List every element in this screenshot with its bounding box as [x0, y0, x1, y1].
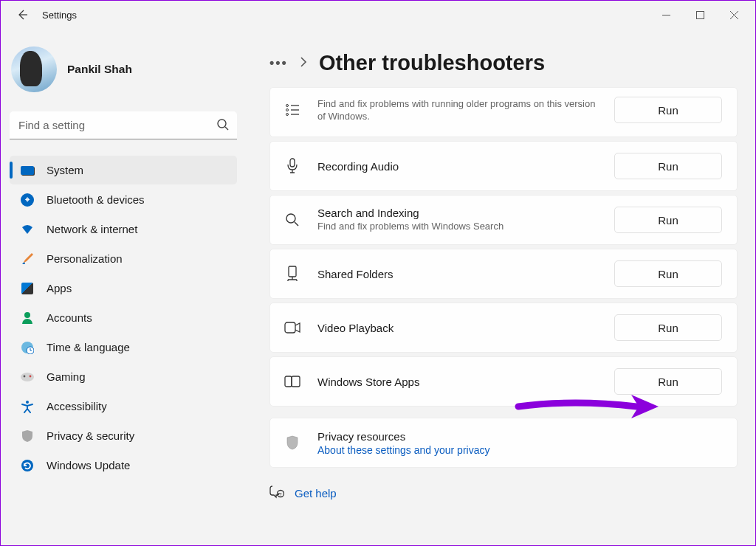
run-button[interactable]: Run: [614, 97, 722, 123]
update-icon: [20, 458, 35, 473]
person-icon: [20, 311, 35, 325]
run-button[interactable]: Run: [614, 153, 722, 179]
nav-label: Personalization: [47, 252, 123, 265]
troubleshooter-card-compat: Find and fix problems with running older…: [269, 87, 738, 137]
svg-point-5: [24, 375, 26, 377]
accessibility-icon: [20, 399, 35, 414]
svg-rect-14: [289, 266, 296, 277]
nav-item-gaming[interactable]: Gaming: [10, 362, 237, 391]
folder-network-icon: [284, 266, 301, 282]
apps-icon: [20, 281, 35, 296]
run-button-store[interactable]: Run: [614, 368, 722, 395]
svg-rect-16: [285, 376, 292, 387]
bluetooth-icon: ⌖: [20, 193, 35, 207]
get-help-link[interactable]: Get help: [295, 487, 337, 500]
window-title: Settings: [42, 10, 77, 21]
nav-label: Accessibility: [47, 400, 107, 412]
minimize-button[interactable]: [649, 3, 683, 27]
maximize-button[interactable]: [683, 3, 717, 27]
monitor-icon: [20, 163, 35, 178]
card-subtitle: Find and fix problems with running older…: [317, 98, 598, 123]
run-button[interactable]: Run: [614, 314, 722, 341]
video-icon: [284, 322, 301, 334]
card-title: Privacy resources: [317, 430, 722, 443]
paintbrush-icon: [20, 252, 35, 266]
chevron-right-icon: [300, 57, 307, 70]
privacy-resources-card: Privacy resources About these settings a…: [269, 418, 738, 468]
card-title: Search and Indexing: [317, 207, 598, 219]
svg-point-4: [21, 373, 34, 381]
privacy-link[interactable]: About these settings and your privacy: [317, 444, 722, 456]
run-button[interactable]: Run: [614, 207, 722, 233]
close-button[interactable]: [717, 3, 751, 27]
nav-label: Accounts: [47, 311, 92, 324]
page-header: ••• Other troubleshooters: [269, 51, 738, 75]
nav-item-time[interactable]: Time & language: [10, 333, 237, 362]
troubleshooter-card-recording: Recording Audio Run: [269, 141, 738, 191]
svg-point-6: [30, 375, 32, 377]
nav-item-bluetooth[interactable]: ⌖Bluetooth & devices: [10, 185, 237, 214]
search-icon: [284, 212, 301, 227]
breadcrumb-overflow[interactable]: •••: [269, 55, 288, 71]
nav-label: Windows Update: [47, 459, 130, 471]
troubleshooter-card-search: Search and IndexingFind and fix problems…: [269, 195, 738, 245]
wifi-icon: [20, 222, 35, 237]
nav-item-update[interactable]: Windows Update: [10, 451, 237, 480]
svg-rect-0: [696, 11, 704, 18]
clock-globe-icon: [20, 340, 35, 355]
card-title: Video Playback: [317, 322, 598, 334]
nav-label: Network & internet: [47, 223, 137, 235]
card-title: Shared Folders: [317, 268, 598, 280]
svg-rect-12: [290, 159, 295, 167]
nav-item-privacy[interactable]: Privacy & security: [10, 421, 237, 450]
window-controls: [649, 3, 751, 27]
nav-label: System: [47, 164, 83, 176]
run-button[interactable]: Run: [614, 260, 722, 287]
card-subtitle: Find and fix problems with Windows Searc…: [317, 221, 598, 233]
list-icon: [284, 103, 301, 117]
svg-rect-15: [285, 322, 295, 333]
troubleshooter-card-store: Windows Store Apps Run: [269, 356, 738, 407]
user-name: Pankil Shah: [67, 63, 132, 76]
card-title: Recording Audio: [317, 160, 598, 173]
avatar: [11, 46, 57, 92]
svg-point-8: [21, 460, 33, 471]
nav-label: Time & language: [47, 341, 130, 353]
titlebar: Settings: [1, 1, 755, 29]
svg-point-13: [286, 214, 295, 223]
nav-label: Apps: [47, 282, 72, 294]
card-title: Windows Store Apps: [317, 376, 598, 388]
search-input[interactable]: [10, 111, 237, 139]
nav-item-network[interactable]: Network & internet: [10, 215, 237, 243]
nav-item-personalization[interactable]: Personalization: [10, 244, 237, 273]
main-content: ••• Other troubleshooters Find and fix p…: [246, 29, 755, 546]
svg-point-10: [286, 109, 289, 111]
shield-icon: [284, 435, 301, 450]
page-title: Other troubleshooters: [319, 51, 545, 75]
nav-item-system[interactable]: System: [10, 156, 237, 184]
search-icon: [216, 118, 230, 134]
svg-point-7: [26, 401, 29, 404]
svg-point-11: [286, 114, 289, 116]
troubleshooter-card-video: Video Playback Run: [269, 303, 738, 353]
back-button[interactable]: [16, 8, 29, 21]
troubleshooter-card-shared: Shared Folders Run: [269, 249, 738, 299]
troubleshooter-list: Find and fix problems with running older…: [269, 87, 738, 468]
nav-item-accessibility[interactable]: Accessibility: [10, 392, 237, 421]
store-apps-icon: [284, 376, 301, 387]
microphone-icon: [284, 158, 301, 174]
nav-item-accounts[interactable]: Accounts: [10, 303, 237, 332]
nav-item-apps[interactable]: Apps: [10, 274, 237, 303]
svg-point-9: [286, 105, 289, 107]
search-wrapper: [10, 111, 237, 139]
gamepad-icon: [20, 370, 35, 384]
get-help-row: ? Get help: [269, 468, 738, 502]
nav-label: Privacy & security: [47, 429, 134, 442]
svg-point-1: [218, 120, 226, 128]
nav-label: Gaming: [47, 370, 86, 383]
user-profile[interactable]: Pankil Shah: [10, 36, 237, 111]
nav-list: System ⌖Bluetooth & devices Network & in…: [10, 156, 237, 480]
svg-text:?: ?: [279, 492, 282, 497]
sidebar: Pankil Shah System ⌖Bluetooth & devices …: [1, 29, 246, 546]
shield-icon: [20, 429, 35, 443]
